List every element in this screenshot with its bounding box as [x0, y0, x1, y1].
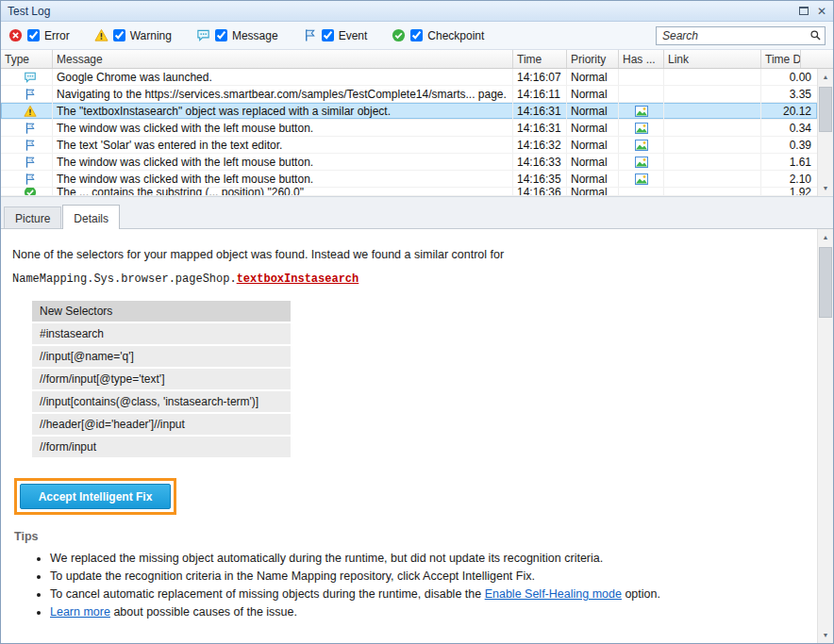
- mapping-object-link[interactable]: textboxInstasearch: [237, 272, 359, 286]
- log-scrollbar[interactable]: ▲ ▼: [817, 69, 833, 196]
- accept-intelligent-fix-button[interactable]: Accept Intelligent Fix: [20, 484, 171, 509]
- table-row[interactable]: The window was clicked with the left mou…: [1, 120, 817, 137]
- tip-item: Learn more about possible causes of the …: [50, 603, 817, 621]
- column-header-time-diff[interactable]: Time Di...: [761, 50, 801, 68]
- window-title: Test Log: [8, 5, 50, 18]
- log-link: [664, 188, 761, 195]
- checkpoint-icon: [392, 28, 406, 42]
- selector-item[interactable]: //input[@name='q']: [32, 346, 291, 367]
- mapped-object-path: NameMapping.Sys.browser.pageShop.textbox…: [12, 272, 817, 286]
- selectors-header: New Selectors: [32, 301, 291, 322]
- table-row[interactable]: The window was clicked with the left mou…: [1, 171, 817, 188]
- filter-checkpoint-label: Checkpoint: [427, 29, 484, 42]
- log-priority: Normal: [567, 137, 619, 153]
- log-message: The window was clicked with the left mou…: [53, 171, 513, 187]
- log-message: The window was clicked with the left mou…: [53, 154, 513, 170]
- filter-error-label: Error: [44, 29, 70, 42]
- checkpoint-checkbox[interactable]: [410, 29, 423, 41]
- checkpoint-icon: [24, 188, 37, 195]
- column-header-type[interactable]: Type: [1, 50, 53, 68]
- selector-item[interactable]: //form/input: [32, 437, 291, 457]
- log-message: The window was clicked with the left mou…: [53, 120, 513, 136]
- log-time-diff: 0.34: [761, 120, 817, 136]
- column-header-has-image[interactable]: Has ...: [619, 50, 664, 68]
- log-link: [664, 171, 761, 187]
- filter-error: Error: [8, 28, 70, 42]
- log-time: 14:16:31: [513, 103, 567, 119]
- log-priority: Normal: [567, 188, 619, 195]
- log-scrollbar-thumb[interactable]: [819, 87, 832, 132]
- filter-warning: Warning: [94, 28, 172, 42]
- message-icon: [24, 71, 37, 84]
- log-link: [664, 69, 761, 85]
- log-time: 14:16:07: [513, 69, 567, 85]
- log-time-diff: 3.35: [761, 86, 817, 102]
- column-header-link[interactable]: Link: [664, 50, 761, 68]
- table-row[interactable]: The window was clicked with the left mou…: [1, 154, 817, 171]
- self-healing-mode-link[interactable]: Enable Self-Healing mode: [485, 587, 622, 601]
- scroll-up-icon[interactable]: ▲: [818, 229, 833, 245]
- message-checkbox[interactable]: [215, 29, 227, 41]
- tips-list: We replaced the missing object automatic…: [50, 550, 817, 621]
- log-message: Google Chrome was launched.: [53, 69, 513, 85]
- event-checkbox[interactable]: [322, 29, 334, 41]
- warning-checkbox[interactable]: [113, 29, 125, 41]
- image-icon: [635, 140, 648, 151]
- table-row[interactable]: Navigating to the https://services.smart…: [1, 86, 817, 103]
- details-scrollbar-thumb[interactable]: [819, 247, 832, 318]
- log-message: The "textboxInstasearch" object was repl…: [53, 103, 513, 119]
- tab-picture[interactable]: Picture: [4, 206, 61, 228]
- column-header-time[interactable]: Time: [513, 50, 567, 68]
- search-icon: [809, 29, 822, 41]
- highlight-annotation-box: Accept Intelligent Fix: [14, 478, 176, 515]
- log-link: [664, 154, 761, 170]
- log-time-diff: 2.10: [761, 171, 817, 187]
- filter-toolbar: Error Warning Message Event Checkpoint: [1, 22, 833, 50]
- log-time-diff: 0.00: [761, 69, 817, 85]
- mapping-prefix: NameMapping.Sys.browser.pageShop.: [12, 272, 237, 286]
- log-time-diff: 0.39: [761, 137, 817, 153]
- learn-more-link[interactable]: Learn more: [50, 605, 110, 619]
- log-time-diff: 20.12: [761, 103, 817, 119]
- scroll-down-icon[interactable]: ▼: [818, 627, 833, 643]
- tip-item: To cancel automatic replacement of missi…: [50, 586, 817, 603]
- selector-item[interactable]: #instasearch: [32, 323, 291, 344]
- close-icon[interactable]: ✕: [817, 6, 826, 17]
- column-header-filler: [801, 50, 817, 68]
- log-priority: Normal: [567, 171, 619, 187]
- filter-message: Message: [196, 28, 278, 42]
- log-priority: Normal: [567, 69, 619, 85]
- message-icon: [196, 28, 210, 42]
- table-row-selected[interactable]: The "textboxInstasearch" object was repl…: [1, 103, 817, 120]
- log-link: [664, 137, 761, 153]
- event-icon: [24, 139, 37, 152]
- column-header-message[interactable]: Message: [53, 50, 513, 68]
- selector-item[interactable]: //form/input[@type='text']: [32, 369, 291, 389]
- tab-details[interactable]: Details: [62, 205, 120, 229]
- log-link: [664, 120, 761, 136]
- tip-item: To update the recognition criteria in th…: [50, 568, 817, 586]
- scroll-down-icon[interactable]: ▼: [818, 180, 833, 196]
- log-table-header: Type Message Time Priority Has ... Link …: [1, 50, 833, 69]
- log-time: 14:16:31: [513, 120, 567, 136]
- table-row[interactable]: The ... contains the substring (... posi…: [1, 188, 817, 196]
- event-icon: [24, 88, 37, 101]
- float-window-icon[interactable]: [799, 7, 809, 15]
- details-scrollbar[interactable]: ▲ ▼: [817, 229, 833, 643]
- scroll-up-icon[interactable]: ▲: [818, 69, 833, 85]
- column-header-priority[interactable]: Priority: [567, 50, 619, 68]
- log-priority: Normal: [567, 154, 619, 170]
- log-time: 14:16:32: [513, 137, 567, 153]
- error-checkbox[interactable]: [27, 29, 40, 41]
- search-input[interactable]: [656, 26, 826, 45]
- table-row[interactable]: Google Chrome was launched. 14:16:07 Nor…: [1, 69, 817, 86]
- log-time: 14:16:36: [513, 188, 567, 195]
- event-icon: [24, 173, 37, 186]
- test-log-window: Test Log ✕ Error Warning Message Event: [0, 0, 834, 644]
- selector-item[interactable]: //input[contains(@class, 'instasearch-te…: [32, 391, 291, 412]
- selector-item[interactable]: //header[@id='header']//input: [32, 414, 291, 435]
- image-icon: [635, 157, 648, 168]
- log-message: The ... contains the substring (... posi…: [53, 188, 513, 195]
- table-row[interactable]: The text 'Solar' was entered in the text…: [1, 137, 817, 154]
- filter-event: Event: [303, 28, 368, 42]
